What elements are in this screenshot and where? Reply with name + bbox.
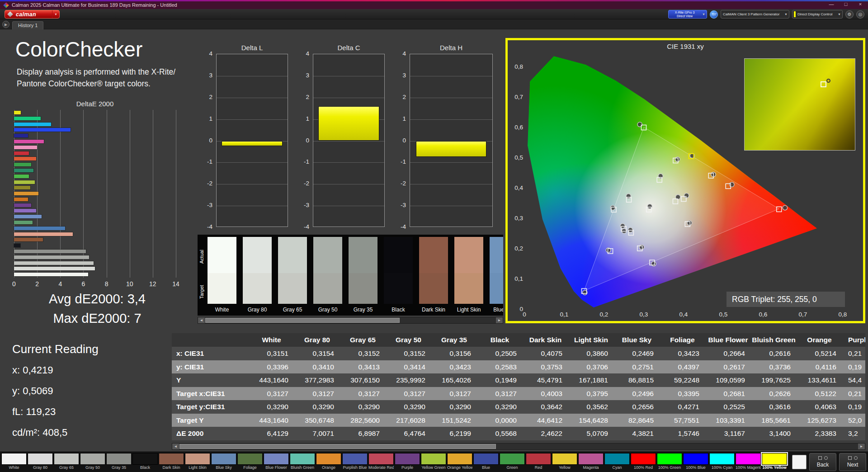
palette-item[interactable]: Green: [500, 453, 525, 470]
deltae-bar: [14, 117, 41, 120]
palette-item[interactable]: Cyan: [604, 453, 630, 470]
palette-item[interactable]: Orange: [316, 453, 341, 470]
display-control-selector[interactable]: Direct Display Control ▼: [792, 10, 843, 19]
target-icon[interactable]: ◎: [856, 10, 864, 19]
palette-item[interactable]: Blue Sky: [211, 453, 236, 470]
palette-item[interactable]: Yellow: [552, 453, 577, 470]
table-cell: 86,8815: [614, 373, 660, 387]
y-tick-label: 4: [394, 50, 406, 57]
pattern-source-selector[interactable]: CalMAN Client 3 Pattern Generator ▼: [721, 10, 789, 19]
avg-de2000-label: Avg dE2000: 3,4: [7, 292, 188, 307]
palette-item[interactable]: Blue Flower: [264, 453, 289, 470]
palette-item[interactable]: Gray 65: [54, 453, 79, 470]
palette-item[interactable]: Red: [526, 453, 551, 470]
y-tick-label: 0,5: [509, 154, 523, 161]
table-header-cell: White: [249, 333, 294, 347]
calman-menu-button[interactable]: calman ▼: [5, 10, 60, 19]
scroll-left-arrow-icon[interactable]: ◄: [172, 444, 179, 449]
grid-line: [313, 76, 384, 76]
chevron-down-icon: ▼: [838, 13, 841, 16]
palette-item[interactable]: 100% Blue: [683, 453, 708, 470]
table-cell: 0,4271: [660, 400, 705, 414]
palette-item[interactable]: White: [1, 453, 27, 470]
grid-line: [153, 110, 153, 278]
swatch-scrollbar-thumb[interactable]: [205, 318, 400, 323]
swatch-actual: [208, 237, 236, 273]
title-bar: Calman 2025 Calman Ultimate for Business…: [0, 0, 868, 9]
chevron-down-icon[interactable]: ▼: [52, 10, 59, 18]
back-button[interactable]: Back: [809, 453, 836, 471]
table-cell: 167,1881: [568, 373, 614, 387]
tab-history-1[interactable]: History 1: [12, 21, 43, 29]
table-row-label: Target y:CIE31: [172, 400, 249, 414]
palette-swatch: [447, 453, 472, 465]
palette-swatch: [604, 453, 630, 465]
cie-measured-point: [651, 261, 656, 266]
swatch-scrollbar[interactable]: ◄ ►: [198, 317, 503, 324]
table-cell: 0,3127: [294, 387, 340, 401]
table-cell: 0,2496: [614, 387, 660, 401]
palette-item[interactable]: 100% Yellow: [762, 453, 787, 470]
gear-icon[interactable]: ⚙: [845, 10, 854, 19]
swatch-label: Gray 50: [313, 307, 342, 313]
table-row: Target y:CIE310,32900,32900,32900,32900,…: [172, 400, 865, 414]
palette-item[interactable]: Magenta: [578, 453, 604, 470]
table-scrollbar[interactable]: ◄ ►: [172, 443, 865, 450]
palette-item[interactable]: Yellow Green: [421, 453, 446, 470]
x-tick-label: 14: [172, 280, 179, 288]
palette-item[interactable]: Moderate Red: [368, 453, 394, 470]
palette-item[interactable]: Purple: [395, 453, 420, 470]
close-icon[interactable]: ×: [857, 1, 863, 7]
palette-item[interactable]: Bluish Green: [290, 453, 315, 470]
minimize-icon[interactable]: —: [828, 1, 835, 7]
deltae-bar: [14, 140, 44, 143]
pattern-palette-bar: Back Next WhiteGray 80Gray 65Gray 50Gray…: [0, 451, 868, 472]
palette-item[interactable]: Purplish Blue: [342, 453, 368, 470]
table-cell: 0,3795: [568, 387, 614, 401]
y-tick-label: -2: [394, 180, 406, 187]
meter-selector[interactable]: X-Rite i1Pro 3 Direct View ▼: [668, 10, 707, 19]
palette-item[interactable]: Light Skin: [185, 453, 210, 470]
palette-item[interactable]: Gray 35: [106, 453, 132, 470]
palette-item[interactable]: Gray 50: [80, 453, 105, 470]
swatch-label: Light Skin: [454, 307, 483, 313]
deltae-bar: [14, 203, 31, 207]
palette-item[interactable]: Blue: [473, 453, 499, 470]
play-icon[interactable]: ▶: [2, 21, 9, 28]
grid-line: [130, 110, 130, 278]
palette-item[interactable]: 100% Cyan: [709, 453, 735, 470]
table-cell: 1,5746: [660, 427, 705, 440]
table-cell: 0,5122: [797, 387, 842, 401]
meter-status-badge[interactable]: 707: [710, 10, 718, 19]
maximize-icon[interactable]: □: [843, 1, 849, 7]
swatch-target: [490, 273, 503, 304]
palette-item-label: 100% Green: [657, 465, 682, 470]
palette-item-label: Purple: [395, 465, 420, 470]
palette-item[interactable]: 100% Red: [631, 453, 656, 470]
table-scrollbar-thumb[interactable]: [179, 444, 496, 449]
table-cell: 0,3396: [249, 360, 294, 374]
scroll-right-arrow-icon[interactable]: ►: [858, 444, 865, 449]
next-button[interactable]: Next: [839, 453, 866, 471]
grid-line: [313, 184, 384, 184]
cie-1931-panel: CIE 1931 xy RGB Triplet: 255, 255, 0 0,8…: [505, 38, 865, 323]
table-cell: 443,1640: [249, 414, 294, 427]
palette-item-label: Green: [500, 465, 525, 470]
table-cell: 0,3413: [340, 360, 386, 374]
palette-item[interactable]: Foliage: [237, 453, 263, 470]
palette-item[interactable]: 100% Green: [657, 453, 682, 470]
table-row: Target Y443,1640350,6748282,5600217,6028…: [172, 414, 865, 427]
palette-item[interactable]: Gray 80: [28, 453, 53, 470]
pattern-window-button[interactable]: [792, 455, 807, 469]
palette-item[interactable]: Orange Yellow: [447, 453, 472, 470]
table-cell: 109,0599: [705, 373, 751, 387]
palette-item[interactable]: 100% Magenta: [736, 453, 761, 470]
palette-item-label: Dark Skin: [159, 465, 184, 470]
scroll-left-arrow-icon[interactable]: ◄: [198, 317, 205, 323]
table-cell: 0,3706: [568, 360, 614, 374]
palette-item[interactable]: Black: [132, 453, 158, 470]
scroll-right-arrow-icon[interactable]: ►: [496, 317, 503, 323]
swatch-label: Gray 35: [349, 307, 377, 313]
pattern-source-label: CalMAN Client 3 Pattern Generator: [721, 12, 783, 16]
palette-item[interactable]: Dark Skin: [159, 453, 184, 470]
